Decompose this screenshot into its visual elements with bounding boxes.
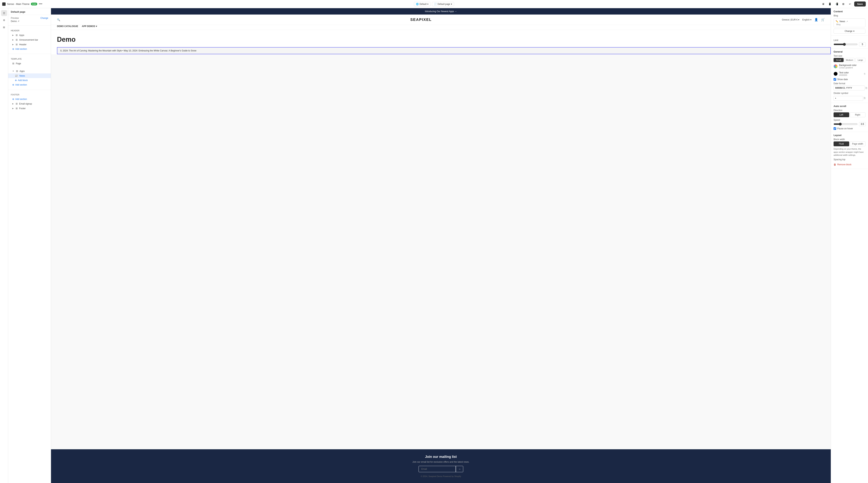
copy-divider-icon[interactable]: ⎘ xyxy=(864,96,865,100)
footer-copyright: © 2024, Seapixel Demo Powered by Shopify xyxy=(57,475,825,477)
change-button[interactable]: Change ▾ xyxy=(834,29,865,33)
locale-selector[interactable]: Greece | EUR € ▾ xyxy=(782,19,799,21)
bg-color-row: Background color Linear gradient xyxy=(834,63,865,69)
direction-right-button[interactable]: Right xyxy=(850,112,866,117)
sidebar-item-apps[interactable]: ▶ ⊞ Apps xyxy=(8,33,51,37)
general-section: General Text size Small Medium Large Bac… xyxy=(831,49,868,103)
direction-left-button[interactable]: Left xyxy=(834,112,849,117)
limit-slider-row xyxy=(834,42,865,47)
chevron-down-icon: ▾ xyxy=(427,3,428,5)
nav-chevron-icon: ▾ xyxy=(96,25,97,28)
add-section-button-footer[interactable]: ⊕ Add section xyxy=(8,97,51,102)
sidebar-item-apps-expand[interactable]: ▼ ⊞ Apps xyxy=(8,69,51,74)
apps-label: Apps xyxy=(19,34,24,36)
search-icon[interactable]: 🔍 xyxy=(57,18,60,21)
edit-icon: ✏️ xyxy=(836,20,838,23)
copy-icon[interactable]: ⎘ xyxy=(864,73,865,75)
spacing-top-label: Spacing top xyxy=(834,158,865,161)
trash-icon: 🗑 xyxy=(834,163,836,166)
footer-heading: Join our mailing list xyxy=(57,455,825,459)
add-block-button[interactable]: ⊕ Add block xyxy=(8,78,51,83)
chevron-down-icon-3: ▾ xyxy=(853,30,855,32)
sections-icon-button[interactable]: ☰ xyxy=(1,10,7,16)
desktop-view-button[interactable]: 🖥 xyxy=(821,1,826,7)
default-select[interactable]: 🌐 Default ▾ xyxy=(414,2,431,6)
text-size-medium[interactable]: Medium xyxy=(844,58,855,62)
show-date-label: Show date xyxy=(837,78,848,81)
language-selector[interactable]: English ▾ xyxy=(802,19,811,21)
sidebar-item-footer[interactable]: ▶ ⊞ Footer xyxy=(8,106,51,111)
grid-view-button[interactable]: ⊞ xyxy=(841,1,846,7)
block-width-fluid[interactable]: Fluid xyxy=(834,141,849,146)
blog-label: Blog xyxy=(834,15,865,17)
direction-row: Left Right xyxy=(834,112,865,117)
apps-icon-2: ⊞ xyxy=(16,70,18,73)
header-section-label: Header xyxy=(8,28,51,33)
email-submit-button[interactable]: → xyxy=(456,466,463,472)
divider-symbol-input[interactable] xyxy=(834,96,863,101)
email-signup-icon: ⊞ xyxy=(16,102,18,105)
blog-item-type: Blog xyxy=(836,23,863,26)
autoscroll-section: Auto scroll Direction Left Right Speed P… xyxy=(831,103,868,132)
app-logo xyxy=(2,2,6,6)
limit-value-input[interactable] xyxy=(859,42,866,47)
autoscroll-title: Auto scroll xyxy=(834,105,865,108)
news-ticker: 0, 2024: The Art of Carving: Mastering t… xyxy=(57,47,831,54)
sidebar-item-announcement[interactable]: ▶ ⊞ Announcement bar xyxy=(8,37,51,42)
account-icon[interactable]: 👤 xyxy=(814,18,818,22)
sidebar-item-email-signup[interactable]: ▶ ⊞ Email signup xyxy=(8,102,51,106)
tablet-view-button[interactable]: 📱 xyxy=(828,1,833,7)
block-width-row: Fluid Page width xyxy=(834,141,865,146)
text-size-small[interactable]: Small xyxy=(834,58,844,62)
bg-color-label: Background color xyxy=(839,64,865,66)
content-section: Content Blog ✏️ News ↗ Blog Change ▾ xyxy=(831,8,868,36)
bg-color-sublabel: Linear gradient xyxy=(839,66,865,69)
date-format-label: Date format xyxy=(834,82,865,85)
limit-label: Limit xyxy=(834,39,865,41)
external-link-icon-2[interactable]: ↗ xyxy=(846,20,848,23)
preview-change-button[interactable]: Change xyxy=(40,17,48,19)
header-label: Header xyxy=(19,43,26,46)
bg-color-swatch[interactable] xyxy=(834,64,838,68)
speed-label: Speed xyxy=(834,119,865,121)
plus-icon-1: ⊕ xyxy=(12,48,14,50)
arrow-icon-3: ▶ xyxy=(12,44,14,46)
speed-slider[interactable] xyxy=(834,123,858,125)
text-color-row: Text color #000000 ⎘ xyxy=(834,70,865,77)
live-badge: Live xyxy=(31,3,37,5)
remove-block-button[interactable]: 🗑 Remove block xyxy=(834,162,851,167)
nav-demo-catalogue[interactable]: DEMO CATALOGUE xyxy=(57,25,78,28)
news-icon: 📰 xyxy=(15,74,18,77)
mobile-view-button[interactable]: 📲 xyxy=(834,1,839,7)
save-button[interactable]: Save xyxy=(854,1,866,6)
divider-symbol-label: Divider symbol xyxy=(834,92,865,94)
left-panel: Default page Preview Change Demo ↗ Heade… xyxy=(8,8,51,483)
add-section-button-2[interactable]: ⊕ Add section xyxy=(8,83,51,87)
sidebar-item-news[interactable]: 📰 News xyxy=(8,74,51,78)
show-date-checkbox[interactable] xyxy=(834,78,836,81)
preview-label: Preview xyxy=(11,17,19,19)
footer-section-label: Footer xyxy=(8,92,51,97)
more-options-button[interactable]: ••• xyxy=(39,2,42,6)
pause-hover-checkbox[interactable] xyxy=(834,127,836,130)
copy-date-icon[interactable]: ⎘ xyxy=(866,86,867,89)
date-format-input[interactable] xyxy=(834,86,865,90)
sidebar-item-header[interactable]: ▶ ⊞ Header xyxy=(8,42,51,47)
apps-icon-button[interactable]: ⊞ xyxy=(1,24,7,30)
text-size-large[interactable]: Large xyxy=(855,58,865,62)
email-input[interactable] xyxy=(418,466,456,472)
block-width-page[interactable]: Page width xyxy=(850,141,866,146)
undo-button[interactable]: ↩ xyxy=(847,1,853,7)
speed-value-input[interactable] xyxy=(859,122,866,126)
settings-icon-button[interactable]: ⚙ xyxy=(1,17,7,23)
add-section-button-1[interactable]: ⊕ Add section xyxy=(8,47,51,51)
arrow-icon: ▶ xyxy=(12,34,14,36)
sidebar-item-page[interactable]: ⊞ Page xyxy=(8,61,51,66)
page-select[interactable]: 📄 Default page ▾ xyxy=(432,2,454,6)
footer-label: Footer xyxy=(19,107,26,110)
right-panel: Content Blog ✏️ News ↗ Blog Change ▾ Lim… xyxy=(831,8,868,483)
nav-app-demos[interactable]: APP DEMOS ▾ xyxy=(82,25,97,28)
cart-icon[interactable]: 🛒 xyxy=(821,18,825,22)
text-color-swatch[interactable] xyxy=(834,72,838,76)
limit-slider[interactable] xyxy=(834,43,858,46)
